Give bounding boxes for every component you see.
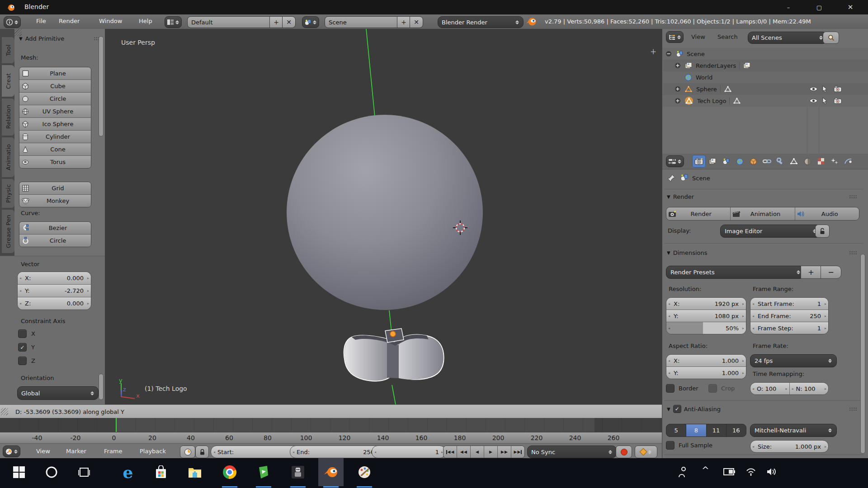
jump-to-end-button[interactable]: ▶▶ <box>511 446 524 458</box>
menu-file[interactable]: File <box>36 18 46 24</box>
current-frame-field[interactable]: 1 <box>372 446 446 458</box>
checkbox-y-checked[interactable]: ✓ <box>18 343 27 352</box>
end-frame-field[interactable]: End Frame:250 <box>750 310 828 322</box>
dimensions-panel-header[interactable]: ▼ Dimensions <box>667 249 857 256</box>
region-resize-grip[interactable] <box>1 408 8 415</box>
jump-to-start-button[interactable]: ◀◀ <box>443 446 457 458</box>
add-circle-button[interactable]: Circle <box>19 92 91 105</box>
outliner-row-world[interactable]: World <box>663 71 868 83</box>
properties-scrollbar[interactable] <box>860 254 865 454</box>
add-grid-button[interactable]: Grid <box>19 182 91 194</box>
3d-viewport[interactable]: User Persp + <box>105 29 662 404</box>
cortana-button[interactable] <box>39 458 64 486</box>
toolshelf-scrollbar[interactable] <box>99 36 104 136</box>
renderability-camera-icon[interactable] <box>834 86 842 92</box>
outliner-menu-search[interactable]: Search <box>717 33 738 40</box>
volume-tray-icon[interactable] <box>767 467 778 476</box>
next-keyframe-button[interactable]: ▶▶ <box>497 446 511 458</box>
av-sync-dropdown[interactable]: No Sync <box>527 446 617 458</box>
display-lock-button[interactable] <box>815 225 830 238</box>
add-monkey-button[interactable]: Monkey <box>19 194 91 207</box>
tab-render[interactable] <box>692 155 706 168</box>
tab-grease-pencil[interactable]: Grease Pen <box>2 210 14 253</box>
chrome-taskbar-button[interactable] <box>217 458 242 486</box>
menu-window[interactable]: Window <box>99 18 122 24</box>
outliner-row-sphere[interactable]: Sphere <box>663 83 868 95</box>
render-audio-button[interactable]: Audio <box>795 207 859 220</box>
paint-app-taskbar-button[interactable] <box>352 458 377 486</box>
checkbox-z[interactable] <box>18 357 27 365</box>
resolution-x-field[interactable]: X:1920 px <box>666 298 746 310</box>
vector-y-field[interactable]: Y:-2.720 <box>18 284 91 297</box>
crop-checkbox-row[interactable]: Crop <box>708 384 735 393</box>
tab-texture[interactable] <box>814 155 828 168</box>
delete-layout-button[interactable]: ✕ <box>282 16 296 28</box>
show-hidden-icons-chevron[interactable]: ^ <box>702 465 709 475</box>
timeline-menu-playback[interactable]: Playback <box>140 448 166 455</box>
scene-selector[interactable] <box>302 16 319 28</box>
tab-physics[interactable] <box>841 155 855 168</box>
add-plane-button[interactable]: Plane <box>19 67 91 80</box>
constraint-x-row[interactable]: X <box>18 329 35 338</box>
preset-remove-button[interactable]: − <box>821 266 841 279</box>
aa-size-field[interactable]: Size:1.000 px <box>750 440 829 453</box>
tab-world[interactable] <box>733 155 746 168</box>
start-frame-field[interactable]: Start:1 <box>211 446 300 458</box>
aa-filter-dropdown[interactable]: Mitchell-Netravali <box>750 424 837 437</box>
record-button[interactable] <box>616 446 632 458</box>
delete-scene-button[interactable]: ✕ <box>410 16 423 28</box>
screen-layout-selector[interactable] <box>165 16 182 28</box>
close-button[interactable]: ✕ <box>840 0 861 14</box>
aa-samples-16[interactable]: 16 <box>726 424 746 436</box>
minimize-button[interactable]: – <box>778 0 799 14</box>
file-explorer-taskbar-button[interactable] <box>182 458 208 486</box>
tab-modifiers[interactable] <box>774 155 787 168</box>
add-primitive-panel-header[interactable]: ▼ Add Primitive <box>19 35 101 42</box>
tab-particles[interactable] <box>828 155 841 168</box>
resolution-y-field[interactable]: Y:1080 px <box>666 310 746 322</box>
aspect-y-field[interactable]: Y:1.000 <box>666 366 746 379</box>
border-checkbox[interactable] <box>666 384 675 393</box>
aa-samples-11[interactable]: 11 <box>706 424 726 436</box>
outliner-scope-dropdown[interactable]: All Scenes <box>748 32 827 44</box>
tab-constraints[interactable] <box>760 155 774 168</box>
wifi-tray-icon[interactable] <box>745 467 757 476</box>
store-taskbar-button[interactable] <box>148 458 174 486</box>
visibility-eye-icon[interactable] <box>809 98 818 103</box>
layout-name-field[interactable]: Default <box>187 16 278 28</box>
lock-time-cursor-button[interactable] <box>195 446 209 458</box>
robot-app-taskbar-button[interactable] <box>285 458 311 486</box>
scene-name-field[interactable]: Scene <box>325 16 405 28</box>
outliner-menu-view[interactable]: View <box>691 33 705 40</box>
constraint-z-row[interactable]: Z <box>18 357 35 365</box>
frame-rate-dropdown[interactable]: 24 fps <box>750 354 837 367</box>
timeline-menu-view[interactable]: View <box>36 448 50 455</box>
tab-animation[interactable]: Animatio <box>2 137 14 177</box>
time-display-toggle-button[interactable] <box>180 446 195 458</box>
tech-logo-object[interactable] <box>339 318 448 387</box>
tab-scene[interactable] <box>719 155 733 168</box>
preset-add-button[interactable]: + <box>801 266 821 279</box>
selectability-cursor-icon[interactable] <box>822 85 828 93</box>
expand-plus-icon[interactable] <box>675 86 681 92</box>
start-frame-field[interactable]: Start Frame:1 <box>750 298 828 310</box>
add-circle-curve-button[interactable]: Circle <box>19 234 91 247</box>
editor-type-selector-properties[interactable] <box>666 155 684 167</box>
display-dropdown[interactable]: Image Editor <box>720 225 821 238</box>
antialiasing-panel-header[interactable]: ▼ ✓ Anti-Aliasing <box>667 405 857 413</box>
editor-type-selector-outliner[interactable] <box>666 31 684 43</box>
remap-new-field[interactable]: N: 100 <box>790 383 829 394</box>
previous-keyframe-button[interactable]: ◀◀ <box>457 446 470 458</box>
tab-create[interactable]: Creat <box>2 65 14 97</box>
full-sample-checkbox[interactable] <box>666 441 675 450</box>
timeline-ruler[interactable]: -40 -20 0 20 40 60 80 100 120 140 160 18… <box>0 432 662 444</box>
checkbox-x[interactable] <box>18 329 27 338</box>
border-checkbox-row[interactable]: Border <box>666 384 698 393</box>
add-cone-button[interactable]: Cone <box>19 143 91 155</box>
camtasia-taskbar-button[interactable] <box>251 458 276 486</box>
render-still-button[interactable]: Render <box>666 207 731 220</box>
tab-data[interactable] <box>787 155 801 168</box>
aa-samples-5[interactable]: 5 <box>666 424 686 436</box>
outliner-row-scene[interactable]: Scene <box>663 48 868 60</box>
vector-x-field[interactable]: X:0.000 <box>18 272 91 284</box>
